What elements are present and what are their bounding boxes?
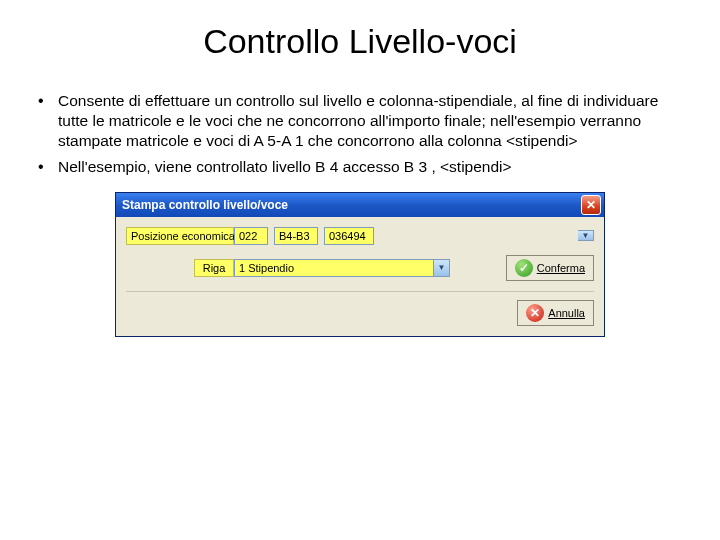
- page-title: Controllo Livello-voci: [32, 22, 688, 61]
- value-stipendio: 1 Stipendio: [234, 259, 434, 277]
- footer-buttons: ✕ Annulla: [126, 300, 594, 326]
- field-stipendio[interactable]: 1 Stipendio ▼: [234, 259, 450, 277]
- cancel-icon: ✕: [526, 304, 544, 322]
- cancel-button[interactable]: ✕ Annulla: [517, 300, 594, 326]
- value-level: B4-B3: [274, 227, 318, 245]
- field-code[interactable]: 022: [234, 227, 268, 245]
- bullet-item: Nell'esempio, viene controllato livello …: [32, 157, 688, 177]
- label-riga: Riga: [194, 259, 234, 277]
- check-icon: ✓: [515, 259, 533, 277]
- row-posizione: Posizione economica 022 B4-B3 036494 ▼: [126, 227, 594, 245]
- row-riga: Riga 1 Stipendio ▼ ✓ Conferma: [126, 255, 594, 281]
- bullet-item: Consente di effettuare un controllo sul …: [32, 91, 688, 151]
- dialog-window: Stampa controllo livello/voce ✕ Posizion…: [115, 192, 605, 337]
- dialog-body: Posizione economica 022 B4-B3 036494 ▼ R…: [116, 217, 604, 336]
- chevron-down-icon: ▼: [578, 230, 594, 241]
- separator: [126, 291, 594, 292]
- value-code: 022: [234, 227, 268, 245]
- confirm-label: Conferma: [537, 262, 585, 274]
- dropdown-posizione[interactable]: ▼: [578, 230, 594, 241]
- window-title: Stampa controllo livello/voce: [122, 198, 581, 212]
- value-num: 036494: [324, 227, 374, 245]
- bullet-list: Consente di effettuare un controllo sul …: [32, 91, 688, 178]
- label-posizione: Posizione economica: [126, 227, 234, 245]
- close-button[interactable]: ✕: [581, 195, 601, 215]
- title-bar: Stampa controllo livello/voce ✕: [116, 193, 604, 217]
- close-icon: ✕: [586, 198, 596, 212]
- chevron-down-icon: ▼: [434, 259, 450, 277]
- confirm-button[interactable]: ✓ Conferma: [506, 255, 594, 281]
- cancel-label: Annulla: [548, 307, 585, 319]
